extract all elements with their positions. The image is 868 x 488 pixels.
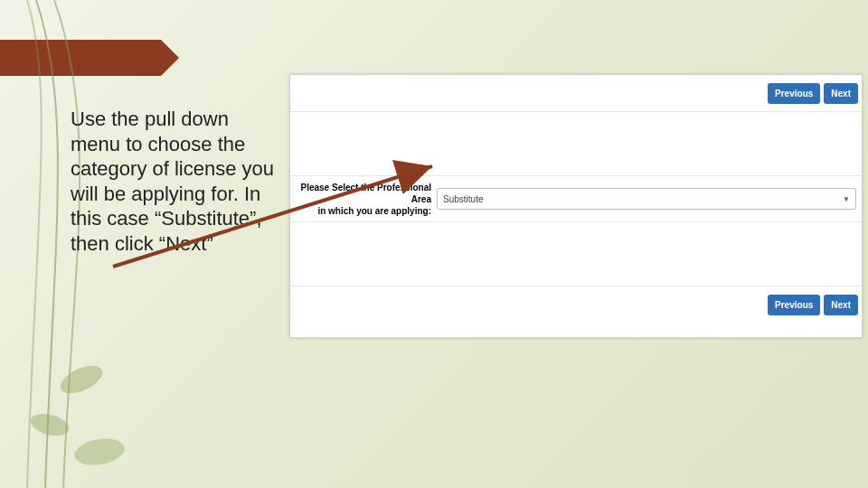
- nav-top: Previous Next: [290, 75, 862, 111]
- app-screenshot-panel: Previous Next Please Select the Professi…: [289, 74, 863, 338]
- instruction-text: Use the pull down menu to choose the cat…: [71, 107, 283, 256]
- professional-area-select[interactable]: Substitute ▼: [437, 188, 856, 210]
- svg-point-0: [56, 361, 106, 399]
- next-button-bottom[interactable]: Next: [824, 295, 858, 315]
- previous-button-bottom[interactable]: Previous: [768, 295, 820, 315]
- nav-bottom: Previous Next: [290, 286, 862, 323]
- previous-button-top[interactable]: Previous: [768, 83, 820, 104]
- next-button-top[interactable]: Next: [824, 83, 858, 104]
- professional-area-row: Please Select the Professional Area in w…: [290, 176, 862, 221]
- svg-point-2: [72, 435, 127, 468]
- slide-banner: [0, 40, 161, 76]
- professional-area-selected-value: Substitute: [443, 194, 483, 204]
- professional-area-label: Please Select the Professional Area in w…: [296, 182, 437, 217]
- svg-point-1: [28, 410, 71, 440]
- chevron-down-icon: ▼: [843, 195, 850, 203]
